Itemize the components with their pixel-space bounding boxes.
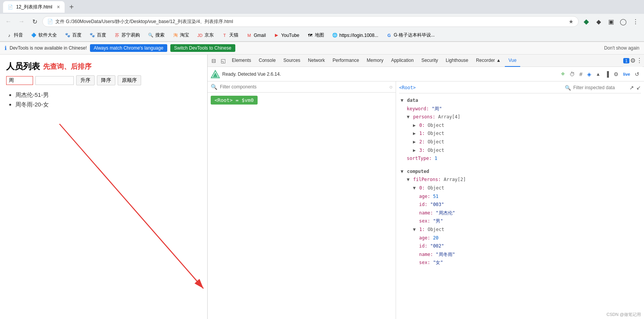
bookmark-tianmao[interactable]: T 天猫	[218, 31, 241, 39]
more-options-icon[interactable]: ⋮	[636, 57, 642, 64]
bookmark-search[interactable]: 🔍 搜索	[145, 31, 168, 39]
tab-bar: 📄 12_列表排序.html × +	[0, 0, 644, 14]
tab-recorder[interactable]: Recorder ▲	[472, 55, 505, 67]
vue-live-icon[interactable]: live	[622, 71, 632, 77]
computed-toggle[interactable]: ▼	[401, 169, 403, 174]
bookmark-douyin[interactable]: ♪ 抖音	[3, 31, 26, 39]
window-icon[interactable]: ▣	[606, 16, 616, 27]
computed-section-header: ▼ computed	[401, 168, 641, 176]
switch-devtools-button[interactable]: Switch DevTools to Chinese	[170, 44, 235, 52]
bookmark-baidu2[interactable]: 🐾 百度	[86, 31, 109, 39]
p0-toggle[interactable]: ▶	[413, 123, 416, 128]
fp1-toggle[interactable]: ▼	[413, 227, 416, 232]
tab-application[interactable]: Application	[387, 55, 418, 67]
fp1-value: Object	[428, 227, 444, 232]
fp0-sex-row: sex: "男"	[401, 217, 641, 226]
vue-route-icon[interactable]: ◈	[586, 70, 593, 78]
tab-memory[interactable]: Memory	[363, 55, 387, 67]
bookmark-suning[interactable]: 苏 苏宁易购	[111, 31, 143, 39]
computed-label: computed	[407, 169, 429, 174]
puzzle-icon[interactable]: ◆	[593, 16, 604, 27]
persons-toggle[interactable]: ▼	[407, 114, 409, 120]
tab-network[interactable]: Network	[304, 55, 329, 67]
bookmark-gmail[interactable]: M Gmail	[243, 32, 269, 39]
vue-store-icon[interactable]: ▲	[594, 71, 602, 78]
data-filter-input[interactable]	[573, 85, 627, 90]
desc-button[interactable]: 降序	[97, 75, 115, 85]
vue-grid-icon[interactable]: #	[578, 70, 584, 78]
search-input-empty[interactable]	[35, 76, 74, 85]
address-bar[interactable]: 📄 文件 G:/360MoveData/Users/静小文/Desktop/vu…	[42, 16, 579, 27]
tab-console[interactable]: Console	[255, 55, 280, 67]
vue-refresh-icon[interactable]: ↺	[633, 70, 641, 78]
keyword-row: keyword: "周"	[401, 105, 641, 113]
bookmark-software[interactable]: 🔷 软件大全	[28, 31, 60, 39]
douyin-icon: ♪	[6, 32, 12, 38]
dont-show-again-button[interactable]: Don't show again	[604, 45, 639, 51]
browser-chrome: 📄 12_列表排序.html × + ← → ↻ 📄 文件 G:/360Move…	[0, 0, 644, 42]
fp0-key: 0:	[419, 185, 424, 191]
component-filter-input[interactable]	[220, 84, 387, 90]
back-button[interactable]: ←	[3, 16, 14, 27]
bookmark-gezi[interactable]: G G·格子达本科毕设...	[383, 31, 438, 39]
bookmark-youtube[interactable]: ▶ YouTube	[270, 32, 302, 39]
reset-button[interactable]: 原顺序	[118, 75, 141, 85]
tab-title: 12_列表排序.html	[16, 4, 54, 10]
tab-sources[interactable]: Sources	[280, 55, 304, 67]
vue-data-panel: <Root> 🔍 ↗ ↙ ▼ data	[396, 81, 644, 319]
active-tab[interactable]: 📄 12_列表排序.html ×	[3, 1, 65, 13]
forward-button[interactable]: →	[16, 16, 27, 27]
fp0-toggle[interactable]: ▼	[413, 185, 416, 191]
bookmark-gezi-label: G·格子达本科毕设...	[394, 32, 435, 38]
p3-toggle[interactable]: ▶	[413, 148, 416, 153]
keyword-input[interactable]	[6, 76, 33, 85]
vue-settings-icon[interactable]: ⚙	[612, 70, 620, 78]
tab-close-button[interactable]: ×	[57, 4, 60, 10]
vue-bar-icon[interactable]: ▐	[604, 70, 611, 78]
bookmark-taobao[interactable]: 淘 淘宝	[169, 31, 192, 39]
vue-component-icon[interactable]: ⌖	[559, 69, 566, 79]
tab-performance[interactable]: Performance	[329, 55, 363, 67]
address-right-icons: ★	[569, 18, 574, 25]
vue-panel-header: Ready. Detected Vue 2.6.14. ⌖ ⏱ # ◈ ▲ ▐ …	[208, 67, 644, 81]
asc-button[interactable]: 升序	[76, 75, 95, 85]
bookmark-jd[interactable]: JD 京东	[194, 31, 217, 39]
filter-clear-icon[interactable]: ○	[389, 84, 393, 90]
reload-button[interactable]: ↻	[29, 16, 40, 27]
bookmark-map[interactable]: 🗺 地图	[304, 31, 327, 39]
p1-toggle[interactable]: ▶	[413, 131, 416, 136]
bookmark-baidu1[interactable]: 🐾 百度	[62, 31, 85, 39]
extensions-button[interactable]: ◆	[581, 16, 592, 27]
p2-value: Object	[428, 139, 444, 145]
tab-elements[interactable]: Elements	[228, 55, 255, 67]
devtools-right-icons: 1 ⚙ ⋮	[623, 55, 642, 67]
p0-key: 0:	[419, 123, 424, 128]
p2-toggle[interactable]: ▶	[413, 139, 416, 145]
gmail-icon: M	[246, 32, 252, 38]
collapse-icon[interactable]: ↙	[636, 85, 641, 91]
persons-key: persons:	[413, 114, 435, 120]
fp0-value: Object	[428, 185, 444, 191]
undock-icon[interactable]: ◱	[218, 58, 228, 64]
vue-tree-panel: 🔍 ○ <Root> = $vm0	[208, 81, 396, 319]
root-node[interactable]: <Root> = $vm0	[211, 96, 258, 105]
data-filter-area: 🔍 ↗ ↙	[565, 85, 641, 91]
bookmark-login[interactable]: 🌐 https://login.1008...	[329, 32, 381, 39]
data-toggle[interactable]: ▼	[401, 98, 403, 103]
root-breadcrumb-link[interactable]: <Root>	[399, 85, 416, 90]
tab-vue[interactable]: Vue	[505, 55, 521, 67]
profile-icon[interactable]: ◯	[618, 16, 629, 27]
settings-icon[interactable]: ⚙	[630, 57, 636, 64]
devtools-badge[interactable]: 1	[623, 58, 629, 63]
filperons-toggle[interactable]: ▼	[407, 177, 409, 182]
match-language-button[interactable]: Always match Chrome's language	[90, 44, 167, 52]
vue-timer-icon[interactable]: ⏱	[568, 70, 576, 78]
tab-lighthouse[interactable]: Lighthouse	[442, 55, 472, 67]
tab-security[interactable]: Security	[418, 55, 442, 67]
expand-icon[interactable]: ↗	[629, 85, 634, 91]
dock-icon[interactable]: ⊟	[209, 58, 218, 64]
bookmark-star-icon[interactable]: ★	[569, 18, 574, 25]
menu-button[interactable]: ⋮	[630, 16, 641, 27]
new-tab-button[interactable]: +	[66, 2, 77, 12]
fp1-age-key: age:	[419, 235, 430, 241]
